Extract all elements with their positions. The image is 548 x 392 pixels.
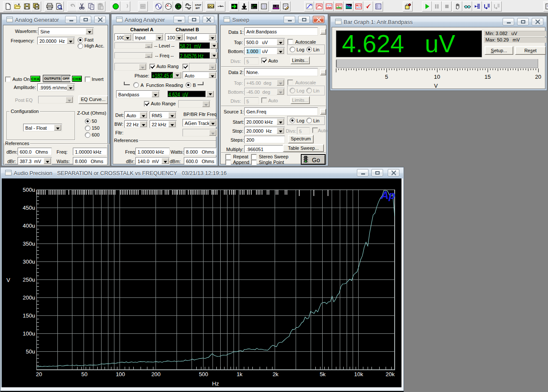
svg-text:1.00: 1.00 (273, 5, 278, 8)
svg-text:450u: 450u (23, 205, 35, 211)
svg-text:5k: 5k (320, 371, 326, 377)
svg-text:300u: 300u (23, 258, 35, 265)
svg-text:DCX: DCX (208, 5, 214, 8)
svg-text:THD: THD (317, 4, 322, 7)
svg-text:100: 100 (116, 371, 125, 377)
svg-text:500u: 500u (23, 187, 35, 193)
svg-text:250u: 250u (23, 276, 35, 283)
svg-text:100u: 100u (23, 330, 35, 337)
svg-text:500: 500 (199, 371, 208, 377)
svg-text:Ap: Ap (380, 189, 395, 201)
svg-text:BIT: BIT (196, 7, 200, 9)
svg-text:20k: 20k (386, 371, 395, 377)
svg-text:STAT: STAT (195, 4, 201, 6)
svg-text:20: 20 (36, 371, 42, 377)
svg-text:SNR: SNR (326, 6, 332, 9)
svg-text:400u: 400u (23, 223, 35, 229)
svg-text:50: 50 (81, 371, 87, 377)
svg-text:1.99: 1.99 (176, 5, 181, 8)
svg-text:Hz: Hz (212, 380, 219, 387)
svg-text:50u: 50u (26, 348, 35, 355)
svg-text:FFT: FFT (337, 4, 341, 7)
svg-text:10k: 10k (354, 371, 363, 377)
svg-text:MLS: MLS (356, 4, 361, 7)
svg-text:350u: 350u (23, 241, 35, 247)
svg-text:V: V (6, 277, 10, 283)
svg-text:2k: 2k (273, 371, 278, 377)
svg-text:200: 200 (151, 371, 161, 377)
svg-text:200u: 200u (23, 294, 35, 301)
svg-text:1k: 1k (237, 371, 243, 377)
svg-text:150u: 150u (23, 312, 35, 319)
